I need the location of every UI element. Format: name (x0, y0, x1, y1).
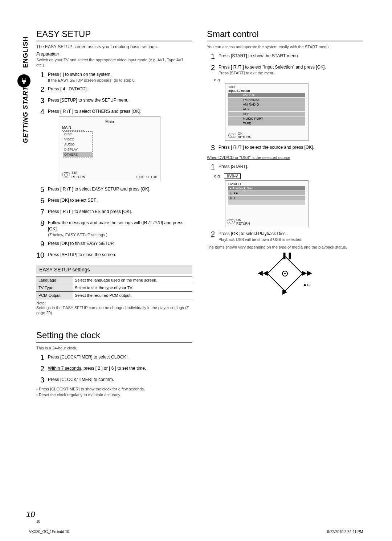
rewind-icon: ◀◀ (258, 269, 268, 277)
easy-settings-head: EASY SETUP settings (36, 265, 192, 274)
return-icon: ●↩ (303, 282, 311, 288)
preparation-text: Switch on your TV and select the appropr… (36, 57, 192, 68)
smart-step-b2: 2 Press [OK] to select Playback Disc . P… (207, 229, 363, 242)
page-number-small: 10 (36, 520, 40, 524)
step-text: Press [ ] to switch on the system. (48, 72, 111, 77)
remote-dpad: ❚❚ ◀◀ ▶▶ ▶ ●↩ (258, 254, 312, 294)
clock-note2: • Reset the clock regularly to maintain … (36, 392, 192, 397)
input-selection-box: TAPE Input Selection DVD/CD FM RADIO AM … (225, 83, 309, 141)
right-column: Smart control You can access and operate… (207, 29, 363, 398)
footer-left: VKX80_GC_1En.indd 10 (29, 530, 69, 534)
preparation-label: Preparation (36, 52, 192, 57)
smart-steps-a: 1Press [START] to show the START menu. 2… (207, 52, 363, 76)
side-english: ENGLISH (22, 36, 29, 68)
menu-main: MAIN (62, 125, 84, 131)
step-sub: If the EASY SETUP screen appears, go to … (48, 78, 136, 82)
footer-right: 9/22/2010 2:34:41 PM (327, 530, 363, 534)
clock-intro: This is a 24-hour clock. (36, 345, 192, 351)
plug-icon (17, 74, 30, 87)
exit-label: EXIT : SETUP (136, 175, 157, 179)
setup-menu-box: Main MAIN DISC VIDEO AUDIO DISPLAY OTHER… (59, 116, 160, 181)
smart-step3: 3Press [ R /T ] to select the source and… (207, 143, 363, 153)
when-label: When DVD/CD or "USB" is the selected sou… (207, 155, 363, 160)
easy-setup-intro: The EASY SETUP screen assists you in mak… (36, 44, 192, 49)
eg2-label: e.g. DVD-V (214, 173, 363, 179)
forward-icon: ▶▶ (302, 269, 312, 277)
smart-intro: You can access and operate the system ea… (207, 44, 363, 49)
easy-setup-title: EASY SETUP (36, 29, 192, 41)
page-number: 10 (26, 510, 35, 519)
settings-table: LanguageSelect the language used on the … (36, 276, 192, 299)
ok-icon (228, 133, 236, 138)
remote-note: The items shown vary depending on the ty… (207, 245, 363, 250)
note-text: Settings in the EASY SETUP can also be c… (36, 305, 192, 316)
easy-steps: 1 Press [ ] to switch on the system. If … (36, 70, 192, 260)
smart-control-title: Smart control (207, 29, 363, 41)
menu-title: Main (61, 119, 159, 124)
playback-box: DVD/CD ▸ Playback Disc ⊟ ▾ ▸ ⊞ ▸ OK RETU… (225, 180, 309, 227)
clock-note1: • Press [CLOCK/TIMER] to show the clock … (36, 386, 192, 392)
left-column: EASY SETUP The EASY SETUP screen assists… (36, 29, 192, 398)
ok-icon (62, 172, 70, 177)
clock-title: Setting the clock (36, 330, 192, 343)
eg-label: e.g. (214, 78, 363, 82)
pause-icon: ❚❚ (282, 251, 293, 259)
note-label: Note: (36, 301, 192, 305)
clock-steps: 1Press [CLOCK/TIMER] to select CLOCK . 2… (36, 353, 192, 385)
smart-steps-b: 1Press [START]. (207, 162, 363, 172)
side-tab: GETTING STARTED ENGLISH (22, 36, 29, 143)
dvd-v-badge: DVD-V (224, 173, 240, 179)
play-icon: ▶ (282, 288, 287, 296)
ok-icon (227, 219, 235, 224)
menu-items: DISC VIDEO AUDIO DISPLAY OTHERS (63, 131, 93, 158)
